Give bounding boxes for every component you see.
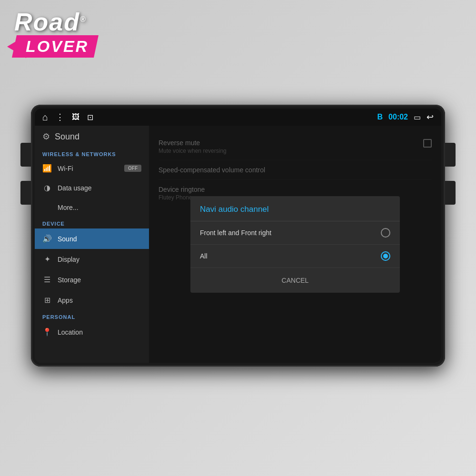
- dialog-title: Navi audio channel: [190, 196, 400, 221]
- apps-icon: ⊞: [42, 296, 52, 305]
- dialog-option-all-label: All: [200, 252, 208, 260]
- status-bar-left: ⌂ ⋮ 🖼 ⊡: [42, 112, 93, 123]
- data-usage-icon: ◑: [42, 183, 52, 192]
- wifi-toggle[interactable]: OFF: [124, 165, 141, 172]
- page-title: Sound: [55, 132, 79, 142]
- display-icon: ✦: [42, 255, 52, 264]
- apps-label: Apps: [58, 297, 73, 304]
- section-wireless-header: WIRELESS & NETWORKS: [35, 148, 149, 159]
- dialog-option-all[interactable]: All: [190, 245, 400, 268]
- dialog-overlay: Navi audio channel Front left and Front …: [149, 126, 441, 363]
- device-frame: ⌂ ⋮ 🖼 ⊡ B 00:02 ▭ ↩ ⚙ Sound: [31, 105, 445, 367]
- navi-audio-dialog: Navi audio channel Front left and Front …: [190, 196, 400, 293]
- image-icon[interactable]: 🖼: [72, 113, 79, 121]
- device-side-left2: [20, 181, 31, 205]
- settings-icon: ⚙: [42, 131, 50, 142]
- location-label: Location: [58, 328, 83, 336]
- wifi-label: Wi-Fi: [58, 165, 119, 172]
- data-usage-label: Data usage: [58, 184, 92, 192]
- device-side-left: [20, 143, 31, 167]
- dialog-cancel-button[interactable]: Cancel: [272, 274, 318, 287]
- sidebar-item-location[interactable]: 📍 Location: [35, 322, 149, 342]
- cast-icon[interactable]: ⊡: [87, 113, 93, 122]
- radio-all[interactable]: [381, 251, 390, 261]
- display-label: Display: [58, 256, 79, 263]
- more-icon[interactable]: ⋮: [56, 112, 64, 122]
- battery-icon: ▭: [414, 113, 421, 122]
- dialog-option-front-lr-label: Front left and Front right: [200, 229, 271, 237]
- status-bar: ⌂ ⋮ 🖼 ⊡ B 00:02 ▭ ↩: [35, 109, 441, 126]
- sound-icon: 🔊: [42, 234, 52, 243]
- status-time: 00:02: [388, 113, 408, 121]
- status-bar-right: B 00:02 ▭ ↩: [377, 112, 434, 122]
- sound-label: Sound: [58, 235, 77, 243]
- device-side-right2: [445, 181, 456, 205]
- radio-front-lr[interactable]: [381, 228, 390, 238]
- device-side-right: [445, 143, 456, 167]
- section-personal-header: PERSONAL: [35, 310, 149, 322]
- dialog-cancel-row: Cancel: [190, 268, 400, 293]
- sidebar-item-display[interactable]: ✦ Display: [35, 249, 149, 269]
- sidebar-item-more[interactable]: More...: [35, 198, 149, 217]
- section-device-header: DEVICE: [35, 217, 149, 228]
- back-icon[interactable]: ↩: [426, 112, 434, 122]
- right-panel: Reverse mute Mute voice when reversing S…: [149, 126, 441, 363]
- home-icon[interactable]: ⌂: [42, 112, 48, 123]
- more-label: More...: [58, 204, 79, 211]
- logo-road: Road®: [14, 10, 119, 34]
- wifi-icon: 📶: [42, 164, 52, 173]
- logo-area: Road® LOVER: [14, 10, 119, 90]
- sidebar-item-apps[interactable]: ⊞ Apps: [35, 290, 149, 310]
- storage-icon: ☰: [42, 275, 52, 284]
- logo-lover-container: LOVER: [14, 35, 96, 58]
- sidebar-item-sound[interactable]: 🔊 Sound: [35, 228, 149, 249]
- sidebar: ⚙ Sound WIRELESS & NETWORKS 📶 Wi-Fi OFF …: [35, 126, 149, 363]
- sidebar-item-data-usage[interactable]: ◑ Data usage: [35, 178, 149, 198]
- page-title-bar: ⚙ Sound: [35, 126, 149, 148]
- logo-lover-text: LOVER: [26, 37, 89, 56]
- logo-lover-bg: LOVER: [12, 35, 99, 58]
- main-content: ⚙ Sound WIRELESS & NETWORKS 📶 Wi-Fi OFF …: [35, 126, 441, 363]
- screen: ⌂ ⋮ 🖼 ⊡ B 00:02 ▭ ↩ ⚙ Sound: [35, 109, 441, 363]
- location-icon: 📍: [42, 327, 52, 337]
- sidebar-item-storage[interactable]: ☰ Storage: [35, 269, 149, 290]
- dialog-option-front-lr[interactable]: Front left and Front right: [190, 221, 400, 245]
- storage-label: Storage: [58, 276, 81, 284]
- sidebar-item-wifi[interactable]: 📶 Wi-Fi OFF: [35, 159, 149, 178]
- bluetooth-icon: B: [377, 113, 383, 121]
